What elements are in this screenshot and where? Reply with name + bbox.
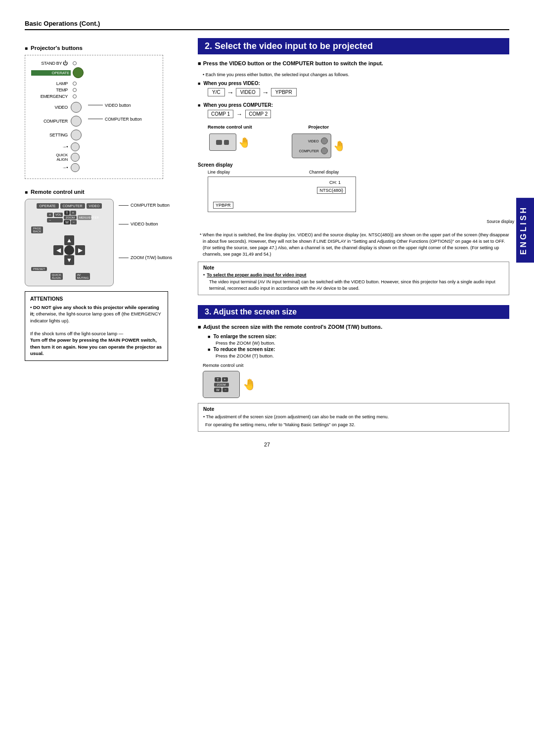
step3-heading: 3. Adjust the screen size <box>198 305 509 319</box>
reduce-text: Press the ZOOM (T) button. <box>216 353 276 358</box>
comp1-label: COMP 1 <box>208 110 233 118</box>
attentions-bold1: Turn off the power by pressing the MAIN … <box>30 337 162 356</box>
proj-video-label-small: VIDEO <box>308 139 319 143</box>
setting-label-proj: SETTING <box>31 133 71 137</box>
quick-align-button[interactable] <box>71 153 80 162</box>
arrow-btn-label: →• <box>31 144 71 149</box>
page-back-btn[interactable]: PAGEBACK <box>31 226 43 233</box>
ntsc-display: NTSC(480i) <box>317 187 346 194</box>
step3-text-area: To enlarge the screen size: Press the ZO… <box>198 334 276 398</box>
arrow-button-2[interactable] <box>71 163 80 172</box>
remote-control-diagram: OPERATE COMPUTER VIDEO + VOL − <box>25 199 114 286</box>
note-box: Note • To select the proper audio input … <box>198 262 509 295</box>
zoom-label-remote: ZOOM <box>64 216 77 220</box>
flow-arrow-1: → <box>227 89 234 96</box>
video-btn-remote[interactable]: VIDEO <box>87 203 102 209</box>
projector-buttons-header: Projector's buttons <box>25 45 183 51</box>
flow-yc: Y/C <box>208 88 225 96</box>
video-flow: Y/C → VIDEO → YPBPR <box>208 88 509 96</box>
zoom-plus-btn2[interactable]: + <box>222 377 228 382</box>
computer-button-proj[interactable] <box>71 116 82 127</box>
proj-video-btn-small <box>321 137 328 144</box>
vol-plus-btn[interactable]: + <box>47 213 53 217</box>
standby-label: STAND BY ⏻ <box>31 60 71 66</box>
temp-label: TEMP <box>31 88 71 92</box>
computer-button-arrow: COMPUTER button <box>88 117 142 122</box>
enter-center-btn[interactable] <box>64 245 74 255</box>
lamp-label: LAMP <box>31 81 71 86</box>
t-zoom-btn[interactable]: T <box>215 377 221 382</box>
note-bullet-dot: • <box>203 272 205 277</box>
note-2-text2: For operating the setting menu, refer to… <box>203 422 504 428</box>
t-btn[interactable]: T <box>64 211 69 215</box>
projector-hand-icon: 🤚 <box>333 140 346 152</box>
temp-indicator <box>73 88 77 92</box>
w-zoom-btn[interactable]: W <box>214 388 222 392</box>
left-arrow-btn[interactable]: ◀ <box>53 245 63 255</box>
arrow-button-1[interactable] <box>71 142 80 151</box>
down-arrow-btn[interactable]: ▼ <box>64 255 74 265</box>
computer-btn-remote[interactable]: COMPUTER <box>60 203 85 209</box>
projector-diagram: STAND BY ⏻ OPERATE LAMP TEMP <box>25 55 163 179</box>
asterisk-note: * When the input is switched, the line d… <box>198 232 509 258</box>
left-column: Projector's buttons STAND BY ⏻ OPERATE L… <box>25 38 183 432</box>
preset-btn[interactable]: PRESET <box>31 267 47 271</box>
comp2-label: COMP 2 <box>245 110 271 118</box>
remote-comp-btn <box>216 140 222 145</box>
quick-align-btn-remote[interactable]: QUICKALIGN <box>50 273 63 280</box>
note-box-title: Note <box>203 265 504 270</box>
right-arrow-btn[interactable]: ▶ <box>75 245 85 255</box>
zoom-minus-btn2[interactable]: − <box>222 388 228 392</box>
operate-btn-remote[interactable]: OPERATE <box>37 203 59 209</box>
zoom-plus-btn[interactable]: + <box>70 211 76 215</box>
projector-device-label: Projector <box>308 124 329 130</box>
emergency-indicator <box>73 94 77 98</box>
enlarge-text: Press the ZOOM (W) button. <box>216 340 276 346</box>
video-label-proj: VIDEO <box>31 105 71 110</box>
channel-display-label: Channel display <box>309 170 339 175</box>
when-computer-header: When you press COMPUTER: <box>198 102 509 108</box>
note-2-text1: The adjustment of the screen size (zoom … <box>203 414 504 420</box>
zoom-btn-label: ZOOM (T/W) buttons <box>119 255 172 260</box>
video-button-proj[interactable] <box>71 102 82 113</box>
up-arrow-btn[interactable]: ▲ <box>64 235 74 245</box>
vol-minus-btn[interactable]: − <box>47 218 63 222</box>
menu-enter-btn[interactable]: MENU/ENTER <box>78 215 91 220</box>
sub-text: • Each time you press either button, the… <box>203 72 509 78</box>
w-btn[interactable]: W <box>64 220 70 224</box>
remote-small-diagram <box>209 133 236 151</box>
av-muting-btn[interactable]: AVMUTING <box>76 273 90 280</box>
zoom-label-remote2: ZOOM <box>214 383 229 387</box>
ypbpr-display: YPBPR <box>213 202 233 209</box>
page-number: 27 <box>25 442 509 447</box>
remote-labels: COMPUTER button VIDEO button ZOOM (T/W) … <box>119 199 172 260</box>
computer-flow: COMP 1 → COMP 2 <box>208 110 509 118</box>
operate-button[interactable] <box>73 67 84 78</box>
setting-button-proj[interactable] <box>71 130 82 140</box>
video-btn-label: VIDEO button <box>119 222 172 226</box>
device-row: Remote control unit 🤚 Projector <box>208 124 509 158</box>
enlarge-header: To enlarge the screen size: <box>208 334 276 339</box>
flow-ypbpr: YPBPR <box>271 88 297 96</box>
attentions-box: ATTENTIONS • DO NOT give any shock to th… <box>25 291 168 361</box>
note-box-2: Note The adjustment of the screen size (… <box>198 403 509 432</box>
screen-box: YPBPR CH: 1 NTSC(480i) <box>208 177 356 212</box>
arrow-btn-label2: →• <box>31 165 71 170</box>
right-column: 2. Select the video input to be projecte… <box>198 38 509 432</box>
zoom-hand-icon: 🤚 <box>243 378 256 391</box>
screen-display-header: Screen display <box>198 162 509 168</box>
press-instruction-text: Press the VIDEO button or the COMPUTER b… <box>203 60 383 66</box>
step3-instruction-text: Adjust the screen size with the remote c… <box>203 324 383 330</box>
screen-display-section: Screen display Line display Channel disp… <box>198 162 509 212</box>
press-instruction-row: ■ Press the VIDEO button or the COMPUTER… <box>198 60 509 69</box>
reduce-header: To reduce the screen size: <box>208 347 276 352</box>
emergency-label: EMERGENCY <box>31 94 71 99</box>
attentions-bullet1-rest: otherwise, the light-source lamp goes of… <box>30 311 161 323</box>
note-audio-header: To select the proper audio input for vid… <box>207 272 306 277</box>
remote-hand-icon: 🤚 <box>238 136 251 148</box>
zoom-minus-btn[interactable]: − <box>71 220 77 224</box>
flow-arrow-2: → <box>262 89 269 96</box>
standby-indicator <box>73 61 77 65</box>
comp-arrow: → <box>236 111 242 118</box>
quick-align-label: QUICKALIGN <box>31 153 71 162</box>
